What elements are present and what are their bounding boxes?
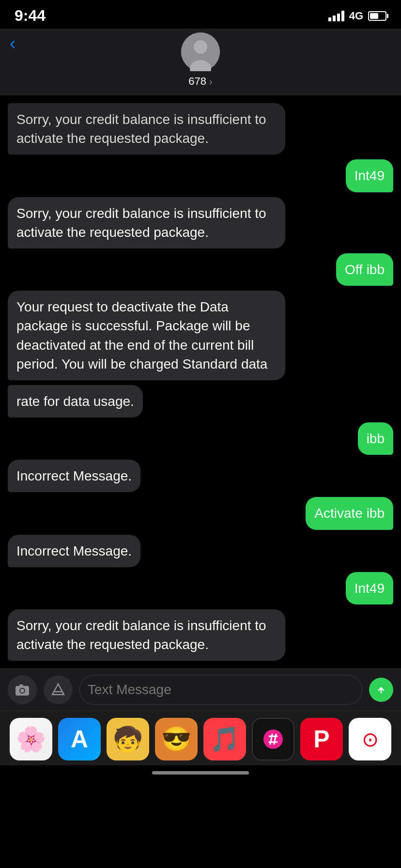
- contact-name[interactable]: 678 ›: [188, 75, 212, 88]
- message-row: Your request to deactivate the Data pack…: [8, 291, 393, 380]
- message-bubble: Incorrect Message.: [8, 460, 140, 492]
- network-label: 4G: [349, 10, 363, 22]
- message-bubble: Sorry, your credit balance is insufficie…: [8, 103, 285, 155]
- dock-memoji2-icon[interactable]: 😎: [155, 718, 198, 760]
- message-row: Sorry, your credit balance is insufficie…: [8, 609, 393, 661]
- message-row: Sorry, your credit balance is insufficie…: [8, 197, 393, 248]
- dock-photos-icon[interactable]: 🌸: [10, 718, 52, 760]
- message-row: Incorrect Message.: [8, 535, 393, 567]
- status-bar: 9:44 4G: [0, 0, 401, 29]
- conversation-header: ‹ 678 ›: [0, 29, 401, 95]
- message-input-wrap[interactable]: [79, 675, 362, 705]
- status-icons: 4G: [328, 10, 386, 22]
- svg-point-1: [194, 40, 207, 54]
- dock-music-icon[interactable]: 🎵: [203, 718, 246, 760]
- appstore-button[interactable]: [44, 675, 73, 704]
- message-input[interactable]: [88, 682, 354, 698]
- message-row: Int49: [8, 572, 393, 604]
- svg-point-5: [20, 689, 24, 693]
- status-time: 9:44: [15, 7, 46, 25]
- message-bubble: Your request to deactivate the Data pack…: [8, 291, 285, 380]
- signal-icon: [328, 11, 344, 21]
- message-row: Incorrect Message.: [8, 460, 393, 492]
- dock-memoji1-icon[interactable]: 🧒: [107, 718, 149, 760]
- message-bubble: Off ibb: [336, 253, 393, 286]
- message-bubble: Incorrect Message.: [8, 535, 140, 567]
- send-button[interactable]: [369, 678, 393, 702]
- message-bubble: Sorry, your credit balance is insufficie…: [8, 609, 285, 661]
- message-row: Int49: [8, 159, 393, 192]
- home-indicator: [0, 765, 401, 778]
- dock-hashtag-icon[interactable]: [252, 718, 294, 760]
- camera-button[interactable]: [8, 675, 37, 704]
- dock-extra-icon[interactable]: ⊙: [349, 718, 391, 760]
- input-bar: [0, 668, 401, 711]
- message-bubble: ibb: [358, 422, 393, 455]
- message-bubble: rate for data usage.: [8, 385, 143, 418]
- message-bubble: Activate ibb: [306, 497, 393, 529]
- dock-appstore-icon[interactable]: A: [58, 718, 101, 760]
- message-bubble: Sorry, your credit balance is insufficie…: [8, 197, 285, 248]
- contact-avatar: [181, 32, 220, 71]
- message-bubble: Int49: [346, 572, 393, 604]
- svg-point-8: [263, 729, 283, 749]
- battery-icon: [368, 11, 386, 21]
- back-button[interactable]: ‹: [10, 33, 15, 54]
- message-row: Activate ibb: [8, 497, 393, 529]
- message-row: ibb: [8, 422, 393, 455]
- message-bubble: Int49: [346, 159, 393, 192]
- app-dock: 🌸 A 🧒 😎 🎵 P ⊙: [0, 711, 401, 765]
- message-row: rate for data usage.: [8, 385, 393, 418]
- message-row: Sorry, your credit balance is insufficie…: [8, 103, 393, 155]
- messages-area: Sorry, your credit balance is insufficie…: [0, 95, 401, 668]
- message-row: Off ibb: [8, 253, 393, 286]
- dock-pinterest-icon[interactable]: P: [300, 718, 343, 760]
- contact-detail-chevron: ›: [209, 76, 213, 87]
- svg-rect-6: [19, 684, 23, 686]
